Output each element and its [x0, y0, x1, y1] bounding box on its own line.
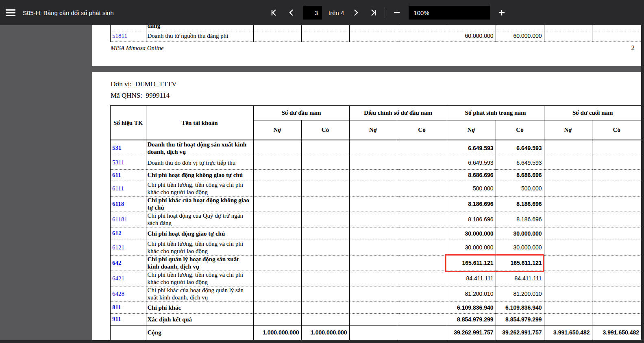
empty-cell — [349, 140, 397, 156]
minus-icon — [393, 9, 401, 17]
account-link[interactable]: 611 — [110, 169, 146, 181]
header-period-activity: Số phát sinh trong năm — [447, 106, 544, 120]
empty-cell — [110, 25, 146, 30]
empty-cell — [349, 240, 397, 255]
empty-cell — [544, 286, 592, 301]
empty-cell — [544, 255, 592, 271]
opening-debit-total: 1.000.000.000 — [253, 325, 301, 340]
first-page-button[interactable] — [269, 7, 280, 18]
empty-cell — [397, 286, 447, 301]
table-row: 6421 Chi phí tiền lương, tiền công và ch… — [110, 271, 642, 286]
account-name: Chi phí tiền lương, tiền công và chi phí… — [146, 181, 253, 196]
zoom-in-button[interactable] — [496, 7, 507, 18]
page-number-input[interactable] — [303, 6, 322, 20]
empty-cell — [349, 156, 397, 169]
empty-cell — [301, 271, 349, 286]
table-row: 531 Doanh thu từ hoạt động sản xuất kinh… — [110, 140, 642, 156]
empty-cell — [397, 196, 447, 212]
window-edge-bottom — [0, 340, 644, 343]
opening-credit-total: 1.000.000.000 — [301, 325, 349, 340]
account-link[interactable]: 531 — [110, 140, 146, 156]
account-link[interactable]: 612 — [110, 227, 146, 240]
account-link[interactable]: 5311 — [110, 156, 146, 169]
empty-cell — [397, 169, 447, 181]
account-name: Chi phí quản lý hoạt động sản xuất kinh … — [146, 255, 253, 271]
empty-cell — [592, 301, 642, 313]
header-credit: Có — [301, 120, 349, 140]
window-edge-right — [641, 25, 644, 343]
qhns-line: Mã QHNS: 9999114 — [111, 92, 170, 100]
account-name: Doanh thu từ nguồn thu đảng phí — [146, 30, 253, 42]
period-credit: 8.686.696 — [496, 169, 544, 181]
empty-cell — [110, 325, 146, 340]
document-title: S05-H: Bảng cân đối số phát sinh — [23, 9, 113, 16]
empty-cell — [592, 30, 642, 42]
empty-cell — [544, 169, 592, 181]
period-debit: 8.854.979.299 — [447, 313, 496, 325]
empty-cell — [301, 30, 349, 42]
empty-cell — [301, 140, 349, 156]
header-closing-balance: Số dư cuối năm — [544, 106, 642, 120]
account-name: Chi phí hoạt động giao tự chủ — [146, 227, 253, 240]
empty-cell — [301, 255, 349, 271]
chevron-left-icon — [287, 9, 296, 17]
qhns-value: 9999114 — [146, 92, 170, 99]
zoom-level-input[interactable] — [409, 6, 490, 20]
empty-cell — [349, 313, 397, 325]
empty-cell — [544, 271, 592, 286]
empty-cell — [349, 169, 397, 181]
empty-cell — [592, 271, 642, 286]
header-adjustment: Điều chỉnh số dư đầu năm — [349, 106, 447, 120]
account-name: Xác định kết quả — [146, 313, 253, 325]
account-link[interactable]: 6111 — [110, 181, 146, 196]
empty-cell — [397, 313, 447, 325]
period-credit-total: 39.262.991.757 — [496, 325, 544, 340]
account-link[interactable]: 811 — [110, 301, 146, 313]
menu-icon[interactable] — [6, 9, 15, 16]
account-link[interactable]: 6121 — [110, 240, 146, 255]
empty-cell — [397, 240, 447, 255]
empty-cell — [397, 156, 447, 169]
previous-page-button[interactable] — [286, 7, 297, 18]
account-link[interactable]: 642 — [110, 255, 146, 271]
period-debit: 81.200.010 — [447, 286, 496, 301]
zoom-out-button[interactable] — [392, 7, 402, 18]
table-row: 611 Chi phí hoạt động không giao tự chủ … — [110, 169, 642, 181]
period-credit: 60.000.000 — [496, 30, 544, 42]
account-link[interactable]: 6421 — [110, 271, 146, 286]
empty-cell — [253, 227, 301, 240]
account-link[interactable]: 911 — [110, 313, 146, 325]
next-page-button[interactable] — [350, 7, 361, 18]
period-credit: 8.186.696 — [496, 212, 544, 227]
pdf-page-2: đảng 51811 Doanh thu từ nguồn thu đảng p… — [92, 25, 641, 66]
period-debit: 165.611.121 — [447, 255, 496, 271]
empty-cell — [397, 271, 447, 286]
period-debit-total: 39.262.991.757 — [447, 325, 496, 340]
account-name: Chi phí tiền lương, tiền công và chi phí… — [146, 271, 253, 286]
empty-cell — [592, 181, 642, 196]
empty-cell — [253, 313, 301, 325]
empty-cell — [544, 313, 592, 325]
unit-label: Đơn vị: — [111, 80, 132, 88]
header-debit: Nợ — [544, 120, 592, 140]
account-link[interactable]: 6428 — [110, 286, 146, 301]
empty-cell — [253, 271, 301, 286]
last-page-button[interactable] — [368, 7, 378, 18]
toolbar-divider — [385, 7, 385, 18]
empty-cell — [253, 255, 301, 271]
empty-cell — [397, 301, 447, 313]
header-account: Số hiệu TK — [110, 106, 146, 140]
empty-cell — [349, 325, 397, 340]
empty-cell — [592, 313, 642, 325]
period-credit: 81.200.010 — [496, 286, 544, 301]
account-link[interactable]: 51811 — [110, 30, 146, 42]
empty-cell — [301, 212, 349, 227]
closing-debit-total: 3.991.650.482 — [544, 325, 592, 340]
account-link[interactable]: 61181 — [110, 212, 146, 227]
account-link[interactable]: 6118 — [110, 196, 146, 212]
account-name: Chi phí hoạt động của Quỹ dự trữ ngân sá… — [146, 212, 253, 227]
empty-cell — [397, 140, 447, 156]
table-row: 6121 Chi phí tiền lương, tiền công và ch… — [110, 240, 642, 255]
total-label: Cộng — [146, 325, 253, 340]
empty-cell — [496, 25, 544, 30]
